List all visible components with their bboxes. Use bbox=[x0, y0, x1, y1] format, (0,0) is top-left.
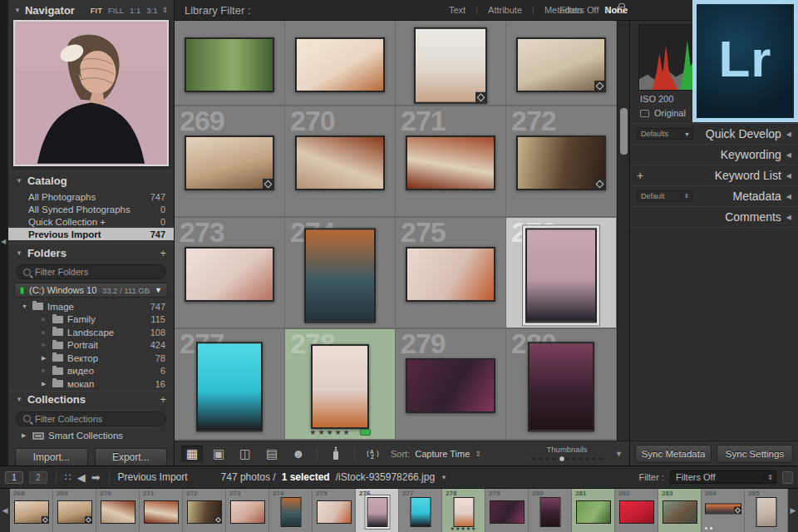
sync-metadata-button[interactable]: Sync Metadata bbox=[635, 445, 712, 463]
photo-thumbnail[interactable] bbox=[414, 27, 487, 103]
filmstrip-scroll-left-icon[interactable]: ◀ bbox=[0, 489, 10, 532]
filmstrip-thumbnail[interactable] bbox=[490, 500, 525, 524]
grid-cell[interactable]: 271 bbox=[396, 106, 506, 218]
primary-screen-button[interactable]: 1 bbox=[5, 471, 23, 484]
star-rating[interactable]: ★★★★★ bbox=[309, 428, 351, 436]
source-breadcrumb[interactable]: Previous Import bbox=[118, 471, 188, 483]
collapse-left-arrow-icon[interactable]: ◀ bbox=[1, 238, 6, 245]
photo-thumbnail[interactable] bbox=[304, 228, 376, 323]
filmstrip-thumbnail[interactable] bbox=[619, 500, 654, 524]
photo-thumbnail[interactable] bbox=[295, 37, 385, 91]
thumbnail-size-slider[interactable] bbox=[530, 456, 603, 462]
folders-header[interactable]: ▼ Folders + bbox=[8, 244, 174, 261]
catalog-item[interactable]: All Photographs747 bbox=[8, 190, 174, 203]
filmstrip-cell[interactable]: 285 bbox=[745, 489, 788, 532]
grid-cell[interactable] bbox=[175, 21, 285, 106]
panel-expand-icon[interactable]: ◀ bbox=[786, 214, 791, 221]
import-button[interactable]: Import... bbox=[15, 448, 88, 466]
filmstrip-cell[interactable]: 278★★★★★ bbox=[442, 489, 485, 532]
photo-thumbnail[interactable] bbox=[196, 342, 263, 431]
grid-cell[interactable]: 280 bbox=[506, 329, 617, 441]
filmstrip-thumbnail[interactable] bbox=[705, 504, 741, 515]
filmstrip-cell[interactable]: 276 bbox=[356, 489, 399, 532]
filmstrip-thumbnail[interactable] bbox=[57, 500, 92, 524]
filter-mode-attribute[interactable]: Attribute bbox=[488, 5, 522, 15]
photo-thumbnail[interactable] bbox=[516, 135, 606, 190]
grid-cell[interactable]: 274 bbox=[285, 218, 396, 329]
filmstrip-cell[interactable]: 270 bbox=[96, 489, 140, 532]
filter-mode-text[interactable]: Text bbox=[449, 5, 466, 15]
filmstrip-cell[interactable]: 269 bbox=[53, 489, 96, 532]
saved-preset-dropdown[interactable]: Defaults ▼ bbox=[637, 128, 693, 140]
grid-shortcut-icon[interactable]: ∷ bbox=[65, 471, 71, 483]
comments-header[interactable]: Comments ◀ bbox=[630, 207, 798, 227]
keywording-header[interactable]: Keywording ◀ bbox=[630, 145, 798, 165]
toolbar-options-icon[interactable]: ▼ bbox=[615, 450, 623, 458]
collection-filter-input[interactable]: Filter Collections bbox=[16, 411, 166, 426]
metadata-preset-dropdown[interactable]: Default ⇕ bbox=[637, 190, 692, 202]
catalog-header[interactable]: ▼ Catalog bbox=[8, 171, 174, 189]
filmstrip-cell[interactable]: 275 bbox=[313, 489, 356, 532]
filmstrip-cell[interactable]: 280 bbox=[529, 489, 572, 532]
filmstrip-thumbnail[interactable] bbox=[663, 500, 697, 524]
scrollbar-handle[interactable] bbox=[620, 108, 628, 155]
folder-item[interactable]: ▶Landscape108 bbox=[8, 326, 174, 339]
panel-expand-icon[interactable]: ◀ bbox=[786, 172, 791, 180]
grid-cell[interactable]: 278★★★★★ bbox=[285, 329, 396, 441]
folder-item[interactable]: ▼Image747 bbox=[8, 300, 174, 313]
zoom-mode-fit[interactable]: FIT bbox=[91, 6, 102, 15]
filmstrip-cell[interactable]: 283 bbox=[658, 489, 702, 532]
grid-cell[interactable] bbox=[506, 21, 617, 106]
grid-cell[interactable] bbox=[396, 21, 506, 106]
filmstrip-scroll-right-icon[interactable]: ▶ bbox=[788, 489, 798, 532]
expand-triangle-icon[interactable]: ▶ bbox=[42, 381, 48, 387]
grid-cell[interactable]: 277 bbox=[175, 329, 285, 441]
filmstrip-thumbnail[interactable] bbox=[144, 500, 179, 524]
collapse-triangle-icon[interactable]: ▼ bbox=[22, 303, 28, 309]
folder-item[interactable]: ▶мокап16 bbox=[8, 377, 174, 391]
left-panel-collapse-strip[interactable]: ◀ bbox=[0, 0, 8, 466]
filmstrip-cell[interactable]: 271 bbox=[140, 489, 183, 532]
collapse-triangle-icon[interactable]: ▼ bbox=[14, 7, 21, 14]
folder-item[interactable]: ▶Family115 bbox=[8, 313, 174, 327]
panel-expand-icon[interactable]: ◀ bbox=[786, 151, 791, 159]
slider-knob[interactable] bbox=[559, 456, 565, 462]
grid-cell[interactable] bbox=[285, 21, 396, 106]
grid-view-icon[interactable]: ▦ bbox=[181, 446, 203, 462]
sort-value[interactable]: Capture Time bbox=[415, 449, 470, 459]
filmstrip-cell[interactable]: 282 bbox=[615, 489, 658, 532]
photo-thumbnail[interactable] bbox=[528, 342, 594, 431]
filter-toggle-button[interactable] bbox=[782, 471, 793, 484]
folder-item[interactable]: ▶Portrait424 bbox=[8, 339, 174, 352]
grid-scrollbar[interactable] bbox=[617, 21, 629, 441]
chevron-down-icon[interactable]: ▼ bbox=[441, 474, 447, 481]
collection-item[interactable]: ▶Smart Collections bbox=[8, 430, 174, 443]
sort-stepper-icon[interactable]: ⇕ bbox=[475, 450, 481, 458]
secondary-screen-button[interactable]: 2 bbox=[29, 471, 47, 484]
panel-expand-icon[interactable]: ◀ bbox=[786, 131, 791, 138]
filmstrip-thumbnail[interactable] bbox=[14, 500, 49, 524]
filter-lock-icon[interactable] bbox=[617, 7, 625, 13]
zoom-mode-fill[interactable]: FILL bbox=[108, 6, 124, 15]
photo-thumbnail[interactable] bbox=[406, 247, 495, 302]
expand-triangle-icon[interactable]: ▶ bbox=[42, 329, 48, 336]
compare-view-icon[interactable]: ◫ bbox=[234, 446, 256, 462]
expand-triangle-icon[interactable]: ▶ bbox=[42, 367, 48, 374]
filmstrip-cell[interactable]: 281 bbox=[572, 489, 615, 532]
catalog-item[interactable]: All Synced Photographs0 bbox=[8, 203, 174, 215]
export-button[interactable]: Export... bbox=[95, 448, 168, 466]
collections-header[interactable]: ▼ Collections + bbox=[8, 391, 174, 408]
grid-cell[interactable]: 279 bbox=[396, 329, 506, 441]
folder-item[interactable]: ▶Вектор78 bbox=[8, 352, 174, 365]
filmstrip-thumbnail[interactable] bbox=[410, 497, 431, 527]
painter-spray-icon[interactable] bbox=[325, 446, 347, 462]
catalog-item[interactable]: Quick Collection +0 bbox=[8, 215, 174, 228]
photo-thumbnail[interactable] bbox=[406, 358, 495, 413]
metadata-header[interactable]: Default ⇕ Metadata ◀ bbox=[630, 186, 798, 206]
filmstrip-thumbnail[interactable] bbox=[187, 500, 222, 524]
filmstrip-thumbnail[interactable] bbox=[576, 500, 611, 524]
photo-thumbnail[interactable] bbox=[295, 135, 385, 190]
collapse-triangle-icon[interactable]: ▼ bbox=[16, 396, 22, 403]
grid-cell[interactable]: 275 bbox=[396, 218, 506, 329]
filmstrip-cell[interactable]: 274 bbox=[269, 489, 313, 532]
